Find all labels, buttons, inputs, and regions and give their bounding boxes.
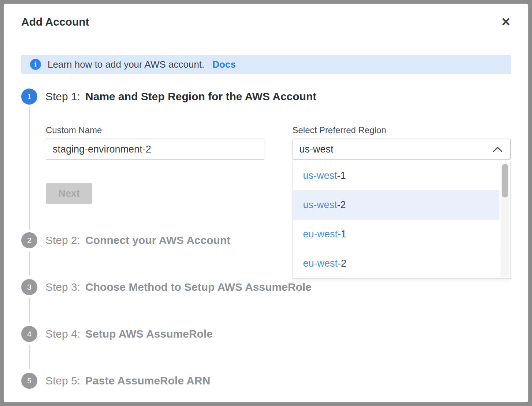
- step-5-title: Paste AssumeRole ARN: [85, 375, 210, 387]
- step-4-header: 4 Step 4: Setup AWS AssumeRole: [21, 326, 511, 342]
- step-4-badge: 4: [21, 326, 37, 342]
- custom-name-input[interactable]: [46, 139, 264, 160]
- step-2-badge: 2: [21, 232, 37, 248]
- step-5-header: 5 Step 5: Paste AssumeRole ARN: [21, 373, 511, 389]
- custom-name-field: Custom Name: [46, 125, 264, 160]
- region-field: Select Preferred Region us-west us-west-…: [293, 125, 511, 160]
- region-option-us-west-2[interactable]: us-west-2: [293, 191, 500, 220]
- chevron-up-icon: [493, 146, 502, 152]
- step-1-header: 1 Step 1: Name and Step Region for the A…: [21, 89, 511, 105]
- step-4-prefix: Step 4:: [45, 328, 80, 340]
- step-3-header: 3 Step 3: Choose Method to Setup AWS Ass…: [21, 279, 511, 295]
- region-option-eu-west-2[interactable]: eu-west-2: [293, 249, 500, 278]
- step-3-prefix: Step 3:: [45, 281, 80, 293]
- option-rest-text: -2: [337, 199, 346, 211]
- add-account-modal: Add Account ✕ i Learn how to add your AW…: [4, 4, 528, 402]
- region-option-eu-west-1[interactable]: eu-west-1: [293, 220, 500, 249]
- modal-header: Add Account ✕: [4, 4, 528, 40]
- step-5-badge: 5: [21, 373, 37, 389]
- step-1-content: Custom Name Select Preferred Region us-w…: [21, 105, 511, 204]
- option-match-text: us-west: [303, 170, 337, 181]
- step-1: 1 Step 1: Name and Step Region for the A…: [21, 89, 511, 204]
- step-3-title: Choose Method to Setup AWS AssumeRole: [85, 281, 312, 293]
- option-match-text: eu-west: [303, 229, 338, 240]
- step-connector: [29, 107, 30, 230]
- dropdown-scrollbar-thumb[interactable]: [502, 164, 508, 198]
- next-button[interactable]: Next: [46, 183, 92, 204]
- close-icon[interactable]: ✕: [501, 16, 511, 28]
- step-4-title: Setup AWS AssumeRole: [85, 328, 213, 340]
- step-4: 4 Step 4: Setup AWS AssumeRole: [21, 326, 511, 342]
- step-1-title: Name and Step Region for the AWS Account: [85, 90, 316, 103]
- option-match-text: us-west: [303, 199, 337, 211]
- option-rest-text: -1: [338, 229, 346, 240]
- region-dropdown: us-west-1 us-west-2 eu-west-1 eu-west-2: [293, 161, 511, 279]
- region-select-value: us-west: [300, 144, 334, 155]
- option-rest-text: -2: [338, 258, 346, 269]
- option-match-text: eu-west: [303, 258, 338, 269]
- docs-link[interactable]: Docs: [212, 59, 236, 70]
- region-option-us-west-1[interactable]: us-west-1: [293, 161, 500, 191]
- step-1-prefix: Step 1:: [45, 90, 80, 103]
- step-3: 3 Step 3: Choose Method to Setup AWS Ass…: [21, 279, 511, 295]
- step-5-prefix: Step 5:: [45, 375, 80, 387]
- region-label: Select Preferred Region: [293, 125, 511, 135]
- step-2-prefix: Step 2:: [45, 234, 80, 247]
- modal-body: i Learn how to add your AWS account. Doc…: [4, 40, 528, 389]
- option-rest-text: -1: [337, 170, 346, 181]
- info-icon: i: [30, 59, 41, 70]
- step-1-badge: 1: [21, 89, 37, 105]
- step-connector: [29, 251, 30, 275]
- custom-name-label: Custom Name: [46, 125, 264, 135]
- modal-title: Add Account: [21, 16, 89, 28]
- info-banner: i Learn how to add your AWS account. Doc…: [21, 55, 511, 74]
- step-3-badge: 3: [21, 279, 37, 295]
- step-connector: [29, 298, 30, 322]
- step-5: 5 Step 5: Paste AssumeRole ARN: [21, 373, 511, 389]
- step-2-title: Connect your AWS Account: [85, 234, 230, 247]
- region-select[interactable]: us-west us-west-1 us-west-2: [293, 139, 511, 160]
- step-connector: [29, 345, 30, 369]
- banner-text: Learn how to add your AWS account.: [48, 59, 204, 70]
